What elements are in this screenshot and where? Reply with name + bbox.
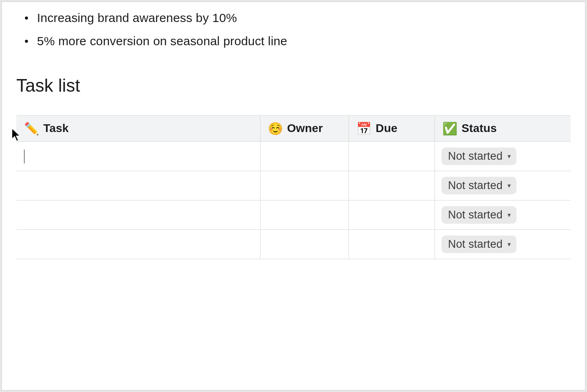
column-header-label: Owner (287, 122, 323, 134)
column-header-label: Due (376, 122, 397, 134)
status-chip-label: Not started (448, 209, 503, 221)
column-header-owner[interactable]: ☺️Owner (260, 116, 349, 142)
text-cursor (24, 150, 24, 163)
owner-cell[interactable] (260, 142, 349, 171)
status-cell: Not started▾ (435, 171, 571, 200)
table-row: Not started▾ (17, 200, 571, 230)
due-cell[interactable] (349, 142, 435, 171)
task-list-table: ✏️Task ☺️Owner 📅Due ✅Status Not started▾… (16, 115, 571, 259)
due-cell[interactable] (349, 200, 435, 230)
goals-list: Increasing brand awareness by 10% 5% mor… (24, 6, 571, 53)
status-chip-label: Not started (448, 150, 503, 163)
column-header-label: Task (43, 122, 68, 134)
table-row: Not started▾ (17, 230, 571, 259)
task-cell[interactable] (17, 142, 260, 171)
chevron-down-icon: ▾ (508, 183, 511, 189)
table-row: Not started▾ (17, 171, 571, 200)
table-body: Not started▾Not started▾Not started▾Not … (17, 142, 571, 259)
status-cell: Not started▾ (435, 200, 571, 230)
task-cell[interactable] (17, 230, 260, 259)
table-header-row: ✏️Task ☺️Owner 📅Due ✅Status (17, 116, 571, 142)
owner-cell[interactable] (260, 171, 349, 200)
chevron-down-icon: ▾ (508, 153, 511, 160)
status-cell: Not started▾ (435, 142, 571, 171)
check-icon: ✅ (442, 122, 457, 135)
column-header-due[interactable]: 📅Due (349, 116, 435, 142)
owner-cell[interactable] (260, 200, 349, 230)
calendar-icon: 📅 (356, 122, 371, 135)
chevron-down-icon: ▾ (508, 241, 511, 248)
status-cell: Not started▾ (435, 230, 571, 259)
table-row: Not started▾ (17, 142, 571, 171)
list-item[interactable]: Increasing brand awareness by 10% (24, 6, 571, 29)
list-item-text: 5% more conversion on seasonal product l… (37, 34, 287, 48)
column-header-task[interactable]: ✏️Task (17, 116, 260, 142)
list-item-text: Increasing brand awareness by 10% (37, 11, 237, 24)
due-cell[interactable] (349, 171, 435, 200)
list-item[interactable]: 5% more conversion on seasonal product l… (24, 29, 571, 53)
smile-icon: ☺️ (268, 122, 283, 135)
document-page: Increasing brand awareness by 10% 5% mor… (2, 2, 585, 390)
due-cell[interactable] (349, 230, 435, 259)
owner-cell[interactable] (260, 230, 349, 259)
status-chip[interactable]: Not started▾ (441, 206, 516, 224)
chevron-down-icon: ▾ (508, 212, 511, 218)
column-header-label: Status (461, 122, 497, 134)
column-header-status[interactable]: ✅Status (435, 116, 571, 142)
pencil-icon: ✏️ (24, 122, 39, 135)
status-chip-label: Not started (448, 238, 503, 251)
status-chip-label: Not started (448, 179, 503, 192)
status-chip[interactable]: Not started▾ (441, 236, 516, 253)
status-chip[interactable]: Not started▾ (441, 177, 516, 194)
task-cell[interactable] (17, 171, 260, 200)
section-heading: Task list (16, 75, 571, 96)
status-chip[interactable]: Not started▾ (441, 148, 516, 165)
task-cell[interactable] (17, 200, 260, 230)
